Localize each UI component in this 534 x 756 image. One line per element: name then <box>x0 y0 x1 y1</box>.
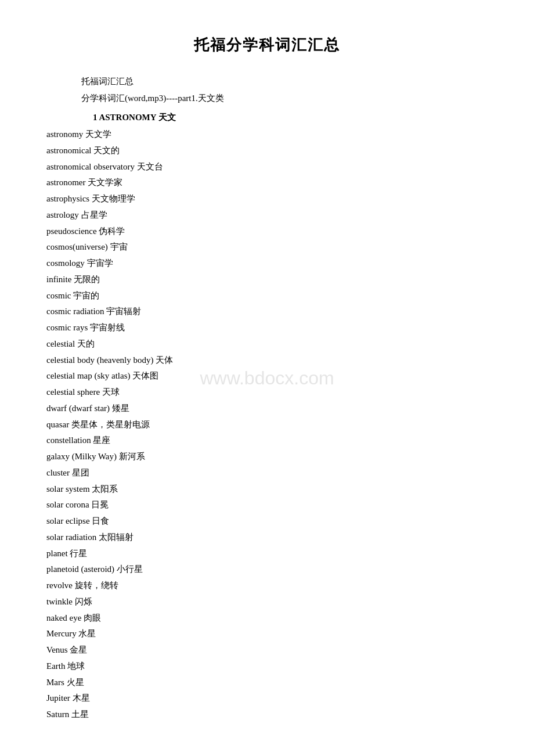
vocab-item: planetoid (asteroid) 小行星 <box>46 561 488 578</box>
vocab-item: Saturn 土星 <box>46 707 488 723</box>
vocab-item: astronomical 天文的 <box>46 143 488 159</box>
vocab-item: Earth 地球 <box>46 658 488 675</box>
vocab-item: celestial 天的 <box>46 336 488 352</box>
vocab-item: cosmic 宇宙的 <box>46 288 488 304</box>
vocab-item: quasar 类星体，类星射电源 <box>46 417 488 433</box>
vocab-item: solar radiation 太阳辐射 <box>46 530 488 546</box>
vocab-item: solar corona 日冕 <box>46 497 488 513</box>
vocab-item: Venus 金星 <box>46 642 488 658</box>
vocab-list: astronomy 天文学astronomical 天文的astronomica… <box>46 127 488 723</box>
vocab-item: constellation 星座 <box>46 433 488 449</box>
vocab-item: astronomy 天文学 <box>46 127 488 143</box>
vocab-item: Mars 火星 <box>46 675 488 691</box>
vocab-item: cosmology 宇宙学 <box>46 255 488 272</box>
vocab-item: solar eclipse 日食 <box>46 513 488 530</box>
vocab-item: astronomical observatory 天文台 <box>46 159 488 175</box>
vocab-item: infinite 无限的 <box>46 272 488 288</box>
vocab-item: astrophysics 天文物理学 <box>46 191 488 207</box>
vocab-item: pseudoscience 伪科学 <box>46 224 488 240</box>
vocab-item: cluster 星团 <box>46 465 488 481</box>
vocab-item: Jupiter 木星 <box>46 690 488 707</box>
vocab-item: cosmic rays 宇宙射线 <box>46 320 488 336</box>
vocab-item: celestial body (heavenly body) 天体 <box>46 352 488 369</box>
vocab-item: celestial map (sky atlas) 天体图 <box>46 368 488 384</box>
vocab-item: dwarf (dwarf star) 矮星 <box>46 401 488 417</box>
vocab-item: twinkle 闪烁 <box>46 594 488 610</box>
vocab-item: Mercury 水星 <box>46 626 488 642</box>
page-title: 托福分学科词汇汇总 <box>46 35 488 55</box>
vocab-item: galaxy (Milky Way) 新河系 <box>46 449 488 465</box>
vocab-item: naked eye 肉眼 <box>46 610 488 627</box>
vocab-item: solar system 太阳系 <box>46 481 488 498</box>
vocab-item: cosmic radiation 宇宙辐射 <box>46 304 488 320</box>
vocab-item: cosmos(universe) 宇宙 <box>46 239 488 255</box>
subtitle-1: 托福词汇汇总 <box>81 76 488 87</box>
section-header: 1 ASTRONOMY 天文 <box>93 112 488 123</box>
subtitle-2: 分学科词汇(word,mp3)----part1.天文类 <box>81 93 488 104</box>
vocab-item: revolve 旋转，绕转 <box>46 578 488 594</box>
vocab-item: astrology 占星学 <box>46 207 488 224</box>
vocab-item: planet 行星 <box>46 546 488 562</box>
vocab-item: celestial sphere 天球 <box>46 384 488 401</box>
vocab-item: astronomer 天文学家 <box>46 175 488 191</box>
